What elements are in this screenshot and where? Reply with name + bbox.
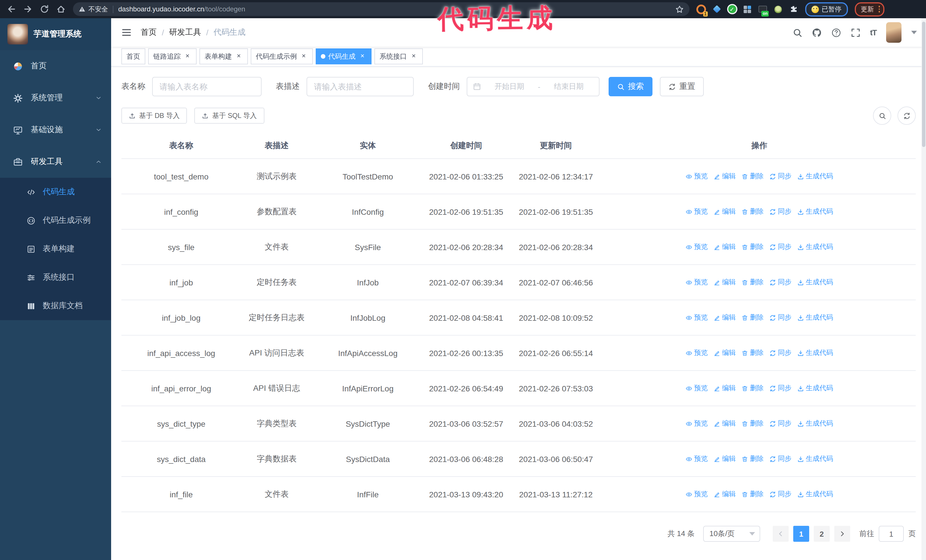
row-action-preview[interactable]: 预览 bbox=[685, 207, 708, 216]
row-action-generate[interactable]: 生成代码 bbox=[797, 278, 833, 287]
row-action-generate[interactable]: 生成代码 bbox=[797, 207, 833, 216]
row-action-edit[interactable]: 编辑 bbox=[713, 489, 736, 499]
chevron-down-icon[interactable] bbox=[911, 31, 917, 34]
extension-icon-grid[interactable] bbox=[743, 4, 752, 14]
tag-close-icon[interactable]: × bbox=[235, 53, 243, 60]
row-action-generate[interactable]: 生成代码 bbox=[797, 172, 833, 181]
row-action-sync[interactable]: 同步 bbox=[769, 454, 791, 464]
row-action-preview[interactable]: 预览 bbox=[685, 383, 708, 393]
sidebar-item-db-doc[interactable]: 数据库文档 bbox=[0, 292, 111, 320]
row-action-delete[interactable]: 删除 bbox=[741, 348, 764, 358]
row-action-preview[interactable]: 预览 bbox=[685, 172, 708, 181]
sidebar-item-codegen-example[interactable]: 代码生成示例 bbox=[0, 206, 111, 235]
import-db-button[interactable]: 基于 DB 导入 bbox=[121, 108, 187, 124]
row-action-sync[interactable]: 同步 bbox=[769, 383, 791, 393]
row-action-generate[interactable]: 生成代码 bbox=[797, 419, 833, 429]
row-action-sync[interactable]: 同步 bbox=[769, 242, 791, 252]
scrollbar-thumb[interactable] bbox=[922, 22, 925, 147]
row-action-delete[interactable]: 删除 bbox=[741, 419, 764, 429]
extension-icon-green-check[interactable]: ✓ bbox=[727, 4, 737, 14]
sidebar-item-dev-tools[interactable]: 研发工具 bbox=[0, 146, 111, 178]
browser-reload-icon[interactable] bbox=[40, 5, 49, 14]
kebab-menu-icon[interactable] bbox=[878, 6, 880, 12]
tag-close-icon[interactable]: × bbox=[410, 53, 418, 60]
next-page-button[interactable] bbox=[834, 526, 850, 542]
hamburger-icon[interactable] bbox=[121, 27, 132, 38]
search-icon[interactable] bbox=[793, 28, 802, 37]
tag-close-icon[interactable]: × bbox=[300, 53, 308, 60]
search-button[interactable]: 搜索 bbox=[608, 77, 652, 96]
row-action-generate[interactable]: 生成代码 bbox=[797, 489, 833, 499]
tag-close-icon[interactable]: × bbox=[183, 53, 191, 60]
sidebar-item-home[interactable]: 首页 bbox=[0, 50, 111, 82]
row-action-delete[interactable]: 删除 bbox=[741, 207, 764, 216]
extension-icon-dark-on[interactable]: on bbox=[758, 4, 767, 14]
row-action-preview[interactable]: 预览 bbox=[685, 348, 708, 358]
page-button-2[interactable]: 2 bbox=[814, 526, 830, 542]
row-action-edit[interactable]: 编辑 bbox=[713, 172, 736, 181]
date-range-picker[interactable]: 开始日期 - 结束日期 bbox=[467, 77, 599, 96]
tab-系统接口[interactable]: 系统接口× bbox=[374, 48, 423, 64]
row-action-generate[interactable]: 生成代码 bbox=[797, 383, 833, 393]
row-action-sync[interactable]: 同步 bbox=[769, 419, 791, 429]
row-action-generate[interactable]: 生成代码 bbox=[797, 454, 833, 464]
tag-close-icon[interactable]: × bbox=[359, 53, 366, 60]
sidebar-item-codegen[interactable]: 代码生成 bbox=[0, 178, 111, 206]
row-action-edit[interactable]: 编辑 bbox=[713, 242, 736, 252]
row-action-edit[interactable]: 编辑 bbox=[713, 419, 736, 429]
row-action-preview[interactable]: 预览 bbox=[685, 454, 708, 464]
row-action-sync[interactable]: 同步 bbox=[769, 172, 791, 181]
refresh-table-button[interactable] bbox=[897, 107, 916, 125]
row-action-edit[interactable]: 编辑 bbox=[713, 207, 736, 216]
extensions-puzzle-icon[interactable] bbox=[789, 4, 798, 14]
row-action-generate[interactable]: 生成代码 bbox=[797, 242, 833, 252]
page-button-1[interactable]: 1 bbox=[793, 526, 809, 542]
row-action-sync[interactable]: 同步 bbox=[769, 278, 791, 287]
browser-back-icon[interactable] bbox=[7, 5, 16, 14]
toggle-search-button[interactable] bbox=[873, 107, 891, 125]
fullscreen-icon[interactable] bbox=[851, 28, 861, 37]
extension-icon-green-monkey[interactable] bbox=[773, 4, 783, 14]
page-size-select[interactable]: 10条/页 bbox=[703, 526, 760, 542]
row-action-delete[interactable]: 删除 bbox=[741, 313, 764, 323]
tab-代码生成[interactable]: 代码生成× bbox=[316, 48, 372, 64]
row-action-preview[interactable]: 预览 bbox=[685, 419, 708, 429]
table-desc-input[interactable] bbox=[307, 77, 414, 96]
row-action-delete[interactable]: 删除 bbox=[741, 172, 764, 181]
row-action-sync[interactable]: 同步 bbox=[769, 489, 791, 499]
row-action-edit[interactable]: 编辑 bbox=[713, 278, 736, 287]
sidebar-item-form-builder[interactable]: 表单构建 bbox=[0, 235, 111, 263]
row-action-sync[interactable]: 同步 bbox=[769, 207, 791, 216]
breadcrumb-home[interactable]: 首页 bbox=[141, 27, 157, 38]
extension-icon-blue-diamond[interactable] bbox=[712, 4, 722, 14]
paused-chip[interactable]: 已暂停 bbox=[805, 2, 848, 16]
browser-forward-icon[interactable] bbox=[23, 5, 32, 14]
bookmark-star-icon[interactable] bbox=[675, 5, 684, 14]
row-action-preview[interactable]: 预览 bbox=[685, 313, 708, 323]
tab-链路追踪[interactable]: 链路追踪× bbox=[148, 48, 197, 64]
browser-home-icon[interactable] bbox=[56, 5, 65, 14]
prev-page-button[interactable] bbox=[773, 526, 789, 542]
tab-代码生成示例[interactable]: 代码生成示例× bbox=[251, 48, 313, 64]
extension-icon-orange-ring[interactable]: 1 bbox=[696, 4, 706, 14]
breadcrumb-devtools[interactable]: 研发工具 bbox=[169, 27, 201, 38]
help-icon[interactable] bbox=[831, 28, 841, 37]
avatar[interactable] bbox=[886, 22, 902, 43]
reset-button[interactable]: 重置 bbox=[660, 77, 704, 96]
row-action-delete[interactable]: 删除 bbox=[741, 454, 764, 464]
row-action-delete[interactable]: 删除 bbox=[741, 242, 764, 252]
app-logo[interactable]: 芋道管理系统 bbox=[0, 18, 111, 50]
sidebar-item-system-admin[interactable]: 系统管理 bbox=[0, 82, 111, 114]
row-action-preview[interactable]: 预览 bbox=[685, 489, 708, 499]
font-size-icon[interactable]: tT bbox=[870, 28, 876, 37]
row-action-edit[interactable]: 编辑 bbox=[713, 454, 736, 464]
tab-表单构建[interactable]: 表单构建× bbox=[200, 48, 248, 64]
row-action-delete[interactable]: 删除 bbox=[741, 489, 764, 499]
row-action-edit[interactable]: 编辑 bbox=[713, 313, 736, 323]
tab-首页[interactable]: 首页 bbox=[121, 48, 145, 64]
row-action-sync[interactable]: 同步 bbox=[769, 348, 791, 358]
row-action-sync[interactable]: 同步 bbox=[769, 313, 791, 323]
update-chip[interactable]: 更新 bbox=[855, 2, 884, 16]
github-icon[interactable] bbox=[812, 28, 822, 37]
row-action-delete[interactable]: 删除 bbox=[741, 383, 764, 393]
